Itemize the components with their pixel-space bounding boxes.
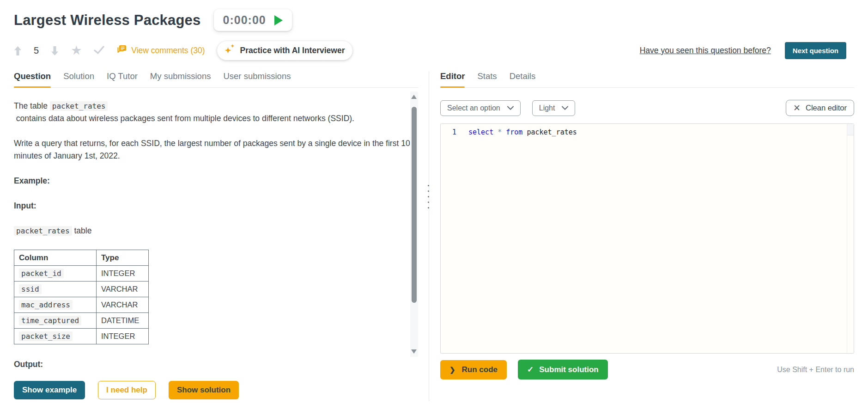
- submit-check-icon: ✓: [527, 365, 534, 374]
- editor-gutter: 1: [441, 124, 462, 353]
- question-paragraph-2: Write a query that returns, for each SSI…: [14, 137, 410, 162]
- column-type: INTEGER: [97, 266, 149, 282]
- run-code-label: Run code: [462, 365, 498, 374]
- schema-table-body: packet_id INTEGER ssid VARCHAR mac_addre…: [14, 266, 149, 344]
- schema-header-column: Column: [14, 250, 97, 266]
- engine-select-value: Select an option: [447, 104, 500, 112]
- code-input-area[interactable]: select * from packet_rates: [462, 124, 854, 353]
- column-type: DATETIME: [97, 313, 149, 329]
- table-row: time_captured DATETIME: [14, 313, 149, 329]
- question-tabbar: Question Solution IQ Tutor My submission…: [14, 71, 418, 88]
- question-paragraph-1: The table packet_rates contains data abo…: [14, 100, 410, 125]
- table-row: packet_size INTEGER: [14, 329, 149, 344]
- chevron-down-icon: [507, 106, 514, 110]
- column-type: INTEGER: [97, 329, 149, 344]
- tab-iq-tutor[interactable]: IQ Tutor: [107, 71, 138, 81]
- column-name: time_captured: [19, 316, 81, 325]
- submit-solution-button[interactable]: ✓ Submit solution: [518, 360, 608, 380]
- favorite-star-icon[interactable]: ★: [71, 44, 82, 57]
- clean-editor-label: Clean editor: [806, 104, 847, 112]
- timer-value: 0:00:00: [223, 13, 266, 27]
- tab-stats[interactable]: Stats: [477, 71, 497, 81]
- column-name: mac_address: [19, 300, 73, 310]
- view-comments-link[interactable]: View comments (30): [116, 45, 205, 56]
- run-code-button[interactable]: ❯ Run code: [440, 360, 507, 380]
- editor-pane: Editor Stats Details Select an option Li…: [429, 71, 868, 401]
- next-question-button[interactable]: Next question: [785, 42, 846, 59]
- theme-select-value: Light: [539, 104, 555, 112]
- upvote-icon[interactable]: [14, 46, 22, 56]
- sparkles-icon: ✦ ✦: [225, 47, 235, 55]
- example-label: Example:: [14, 175, 410, 187]
- theme-select-dropdown[interactable]: Light: [532, 100, 576, 116]
- ai-interviewer-label: Practice with AI Interviewer: [240, 46, 345, 55]
- show-solution-button[interactable]: Show solution: [169, 381, 239, 399]
- pane-resize-handle[interactable]: [428, 185, 429, 208]
- table-row: ssid VARCHAR: [14, 282, 149, 297]
- column-type: VARCHAR: [97, 282, 149, 297]
- tab-question[interactable]: Question: [14, 71, 51, 81]
- question-scrollbar[interactable]: [410, 92, 418, 357]
- code-editor: 1 select * from packet_rates: [440, 123, 854, 354]
- downvote-icon[interactable]: [51, 46, 59, 56]
- schema-header-row: Column Type: [14, 250, 149, 266]
- play-icon[interactable]: [274, 15, 283, 25]
- tab-user-submissions[interactable]: User submissions: [223, 71, 291, 81]
- schema-header-type: Type: [97, 250, 149, 266]
- tab-details[interactable]: Details: [510, 71, 536, 81]
- line-number: 1: [452, 128, 456, 136]
- comments-icon: [116, 45, 127, 56]
- ai-interviewer-button[interactable]: ✦ ✦ Practice with AI Interviewer: [217, 41, 353, 60]
- scrollbar-thumb[interactable]: [412, 107, 417, 303]
- seen-question-link[interactable]: Have you seen this question before?: [640, 46, 771, 55]
- chevron-down-icon: [562, 106, 568, 110]
- scroll-down-icon[interactable]: [411, 349, 417, 354]
- question-body: The table packet_rates contains data abo…: [14, 88, 410, 371]
- timer-card: 0:00:00: [214, 9, 292, 31]
- vote-count: 5: [34, 45, 39, 56]
- tab-my-submissions[interactable]: My submissions: [150, 71, 211, 81]
- editor-tabbar: Editor Stats Details: [440, 71, 854, 88]
- need-help-button[interactable]: I need help: [98, 381, 156, 399]
- show-example-button[interactable]: Show example: [14, 381, 85, 399]
- input-label: Input:: [14, 200, 410, 212]
- page-header: Largest Wireless Packages 0:00:00 5 ★: [0, 0, 868, 60]
- mark-solved-check-icon[interactable]: [94, 46, 104, 56]
- shortcut-hint: Use Shift + Enter to run: [777, 366, 854, 374]
- column-name: packet_id: [19, 269, 64, 278]
- input-table-caption: packet_rates table: [14, 225, 410, 237]
- engine-select-dropdown[interactable]: Select an option: [440, 100, 521, 116]
- column-name: ssid: [19, 284, 42, 294]
- tab-solution[interactable]: Solution: [63, 71, 94, 81]
- pane-divider: [429, 71, 429, 401]
- table-row: mac_address VARCHAR: [14, 297, 149, 313]
- tab-editor[interactable]: Editor: [440, 71, 465, 81]
- view-comments-label: View comments (30): [131, 46, 205, 55]
- run-chevron-icon: ❯: [449, 366, 455, 374]
- page-title: Largest Wireless Packages: [14, 12, 201, 29]
- scroll-up-icon[interactable]: [411, 95, 417, 99]
- inline-code-table-name: packet_rates: [14, 226, 72, 236]
- editor-scrollbar[interactable]: [847, 124, 854, 353]
- column-type: VARCHAR: [97, 297, 149, 313]
- close-icon: ✕: [793, 104, 801, 112]
- clean-editor-button[interactable]: ✕ Clean editor: [786, 100, 854, 116]
- column-name: packet_size: [19, 331, 73, 341]
- inline-code-table-name: packet_rates: [50, 101, 108, 111]
- output-label: Output:: [14, 358, 410, 371]
- table-row: packet_id INTEGER: [14, 266, 149, 282]
- schema-table: Column Type packet_id INTEGER ssid VARCH…: [14, 250, 149, 344]
- question-pane: Question Solution IQ Tutor My submission…: [0, 71, 429, 401]
- submit-solution-label: Submit solution: [539, 365, 598, 374]
